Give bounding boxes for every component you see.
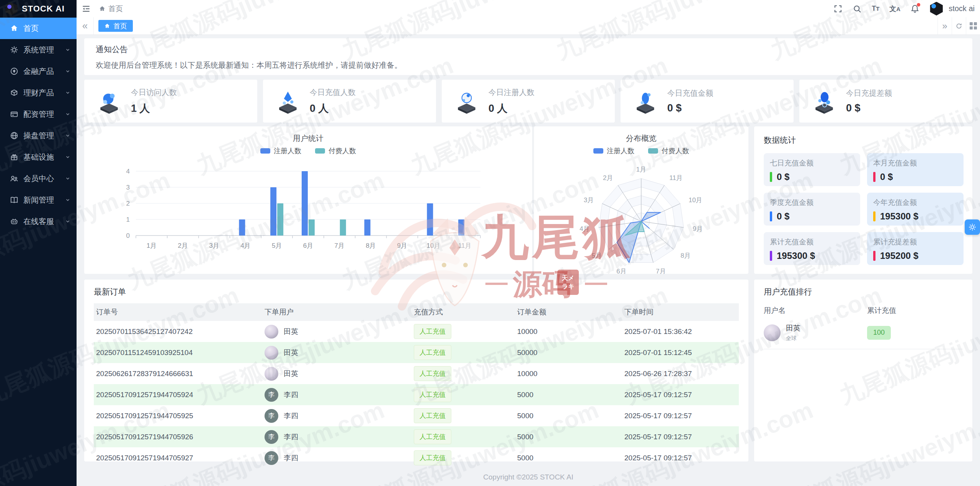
tab-controls: » [938,17,980,34]
copyright: Copyright ©2025 STOCK AI [77,473,980,481]
radar-chart: 1月2月3月4月5月6月7月8月9月10月11月 [534,126,748,274]
data-stat-year: 今年充值金额195300 $ [867,193,964,226]
chevron-down-icon [65,69,70,74]
sidebar-item-label: 操盘管理 [23,131,54,141]
home-icon [10,24,18,33]
avatar [764,324,781,341]
sidebar-item-finance-products[interactable]: 金融产品 [0,61,77,82]
notification-dot [917,3,920,7]
stat-card-registered: 今日注册人数0 人 [442,80,615,123]
translate-icon[interactable]: 文A [889,4,900,13]
sidebar-item-support[interactable]: 在线客服 [0,211,77,232]
theme-settings-button[interactable] [965,219,980,235]
data-stat-month: 本月充值金额0 $ [867,153,964,186]
gem-icon [10,67,18,75]
chevron-down-icon [65,111,70,117]
sidebar-item-trading[interactable]: 操盘管理 [0,125,77,146]
stat-icon [275,88,301,114]
app-title: STOCK AI [22,4,65,14]
avatar [265,325,278,339]
stat-label: 今日充值金额 [667,88,713,98]
tab-home[interactable]: 首页 [98,20,133,32]
svg-text:7月: 7月 [335,242,345,249]
svg-text:2: 2 [126,200,130,207]
sidebar-item-label: 基础设施 [23,152,54,162]
stat-color-bar [873,251,875,261]
svg-text:1: 1 [126,216,130,223]
sidebar-item-margin[interactable]: 配资管理 [0,103,77,125]
layout-grid-icon[interactable] [966,17,980,34]
tabs-scroll-right-icon[interactable]: » [938,17,952,34]
chevron-down-icon [65,176,70,181]
tabs-scroll-left-icon[interactable]: « [77,17,94,34]
bell-icon[interactable] [910,4,920,13]
robot-icon [10,217,18,226]
chevron-down-icon [65,197,70,203]
sidebar-item-members[interactable]: 会员中心 [0,168,77,189]
svg-text:4月: 4月 [580,225,590,232]
app-logo-icon [5,2,18,15]
stat-value: 0 $ [846,102,892,114]
breadcrumb[interactable]: 首页 [99,4,123,14]
svg-text:8月: 8月 [681,252,691,259]
package-icon [10,88,18,97]
svg-text:1月: 1月 [636,166,646,173]
stat-value: 0 人 [310,101,356,115]
stat-icon [96,88,122,114]
latest-orders-card: 最新订单 订单号 下单用户 充值方式 订单金额 下单时间 20250701153… [84,280,748,461]
svg-text:11月: 11月 [670,174,683,182]
svg-text:9月: 9月 [693,225,703,232]
stat-card-visitors: 今日访问人数1 人 [84,80,257,123]
search-icon[interactable] [853,4,862,13]
sidebar-item-home[interactable]: 首页 [0,18,77,39]
table-row: 202505170912571944705924 李李四 人工充值 5000 2… [94,384,739,405]
data-stat-total-recharge: 累计充值金额195300 $ [764,232,860,265]
sidebar-item-infrastructure[interactable]: 基础设施 [0,146,77,168]
stat-color-bar [873,172,875,182]
sidebar-item-label: 首页 [23,23,39,34]
status-badge: 人工充值 [414,345,451,360]
chevron-down-icon [65,219,70,224]
ranking-headers: 用户名 累计充值 [764,306,963,316]
sidebar-item-system[interactable]: 系统管理 [0,39,77,61]
notice-card: 通知公告 欢迎使用后台管理系统！以下是系统最新通知：本周五将进行系统维护，请提前… [84,38,972,75]
sidebar-item-label: 在线客服 [23,216,54,227]
svg-text:10月: 10月 [426,242,440,249]
sidebar-item-label: 会员中心 [23,173,54,184]
svg-text:2月: 2月 [178,242,188,249]
sidebar-item-label: 新闻管理 [23,195,54,205]
sidebar-item-news[interactable]: 新闻管理 [0,189,77,211]
orders-table: 订单号 下单用户 充值方式 订单金额 下单时间 2025070115364251… [94,303,739,468]
collapse-menu-icon[interactable] [81,4,91,14]
sidebar: STOCK AI 首页 系统管理 金融产品 理财产品 [0,0,77,486]
sidebar-item-wealth-products[interactable]: 理财产品 [0,82,77,103]
table-row: 202506261728379124666631 田英 人工充值 10000 2… [94,363,739,384]
chevron-down-icon [65,154,70,160]
sidebar-item-label: 理财产品 [23,88,54,98]
data-stats-panel: 数据统计 七日充值金额0 $ 本月充值金额0 $ 季度充值金额0 $ 今年充值金… [754,126,972,274]
svg-text:3月: 3月 [209,242,219,249]
avatar: 李 [265,451,278,465]
avatar [265,367,278,381]
main-content: 通知公告 欢迎使用后台管理系统！以下是系统最新通知：本周五将进行系统维护，请提前… [77,34,980,486]
chevron-down-icon [65,133,70,138]
table-header-row: 订单号 下单用户 充值方式 订单金额 下单时间 [94,303,739,321]
table-row: 202505170912571944705927 李李四 人工充值 5000 2… [94,447,739,468]
sidebar-item-label: 配资管理 [23,109,54,119]
user-stats-chart-card: 用户统计 注册人数付费人数 012341月2月3月4月5月6月7月8月9月10月… [84,126,532,274]
font-size-icon[interactable]: TT [872,5,879,13]
refresh-icon[interactable] [952,17,966,34]
stat-color-bar [770,251,772,261]
stat-color-bar [770,211,772,221]
status-badge: 人工充值 [414,408,451,423]
total-recharge-badge: 100 [867,326,891,340]
fullscreen-icon[interactable] [833,4,843,13]
table-row: 202505170912571944705925 李李四 人工充值 5000 2… [94,405,739,426]
home-icon [99,5,106,12]
svg-text:6月: 6月 [616,268,626,274]
sidebar-nav: 首页 系统管理 金融产品 理财产品 配资管理 [0,18,77,232]
status-badge: 人工充值 [414,366,451,381]
avatar[interactable] [929,2,943,16]
topbar-actions: TT 文A stock ai [833,2,980,16]
table-row: 202507011512459103925104 田英 人工充值 50000 2… [94,342,739,363]
